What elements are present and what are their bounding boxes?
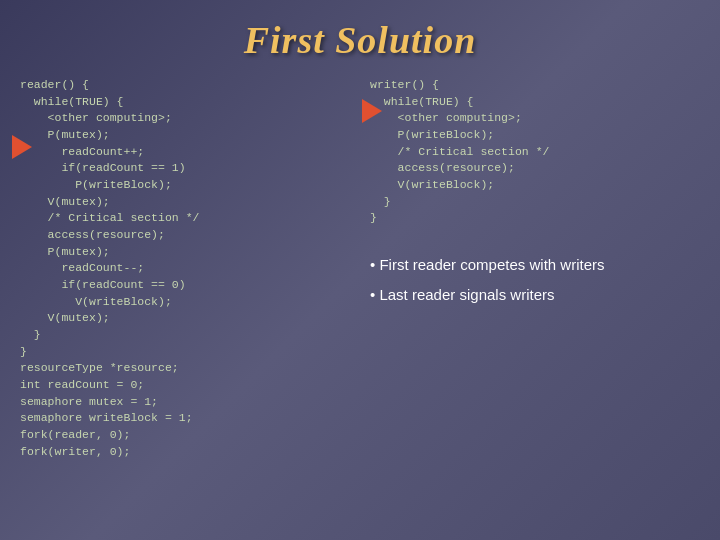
right-code-block: writer() { while(TRUE) { <other computin…	[370, 77, 700, 227]
bullet-1: First reader competes with writers	[370, 252, 700, 278]
content-area: reader() { while(TRUE) { <other computin…	[0, 77, 720, 460]
right-panel: writer() { while(TRUE) { <other computin…	[370, 77, 700, 460]
left-panel: reader() { while(TRUE) { <other computin…	[20, 77, 360, 460]
bullet-2: Last reader signals writers	[370, 282, 700, 308]
slide-title: First Solution	[0, 0, 720, 72]
slide: First Solution reader() { while(TRUE) { …	[0, 0, 720, 540]
bullet-points: First reader competes with writers Last …	[370, 252, 700, 311]
right-code-wrapper: writer() { while(TRUE) { <other computin…	[370, 77, 700, 227]
left-code-block: reader() { while(TRUE) { <other computin…	[20, 77, 360, 460]
